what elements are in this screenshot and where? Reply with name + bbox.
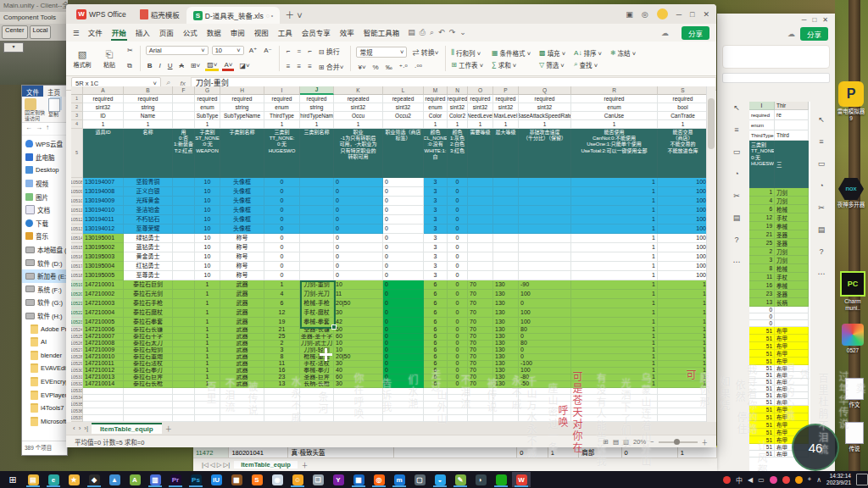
cell[interactable]: 10 [195, 252, 220, 262]
align-center-icon[interactable]: ≡ [296, 63, 303, 70]
cell[interactable]: required [264, 95, 300, 103]
cell[interactable]: 1 [195, 299, 220, 308]
sidebar-item-本地磁盘 (C:[interactable]: 本地磁盘 (C: [22, 243, 67, 257]
cell[interactable]: 10 [195, 187, 220, 197]
win2-cell[interactable]: 4 [749, 197, 775, 205]
taskbar-photoshop[interactable]: Ps [186, 472, 205, 487]
cell[interactable] [173, 280, 195, 290]
cell[interactable]: 武器 [220, 354, 264, 361]
taskbar-star-app[interactable]: ★ [64, 472, 83, 487]
cell[interactable] [519, 215, 571, 225]
menu-开始[interactable]: 开始 [111, 25, 127, 41]
cell[interactable]: 100 [658, 262, 709, 271]
cell[interactable] [334, 402, 383, 408]
win2-cell[interactable]: 51 [749, 379, 775, 385]
cell[interactable]: 泰拉石长枪 [124, 381, 173, 388]
cell[interactable] [300, 271, 334, 280]
pin-to-quick-access-icon[interactable] [25, 98, 36, 110]
cell[interactable] [300, 206, 334, 215]
cell[interactable]: 0 [383, 327, 424, 334]
field-header[interactable]: 颜色 1:灰色 2:白色 3:红色 [448, 129, 468, 178]
cell[interactable]: 1 [571, 225, 658, 234]
tab-comment-icon[interactable]: ◌ • [266, 13, 274, 19]
cell[interactable] [220, 388, 264, 395]
col-header-A[interactable]: A [83, 86, 124, 95]
cell[interactable] [468, 252, 493, 262]
cell[interactable]: 130 [493, 368, 519, 374]
cell[interactable]: 坚毅青铜 [124, 178, 173, 187]
field-header[interactable]: 名称 [124, 129, 173, 178]
win2-cell[interactable]: 51 [749, 392, 775, 399]
cell[interactable] [658, 415, 709, 422]
cell[interactable]: repeated [383, 95, 424, 103]
win2-cell[interactable]: 25 [749, 239, 775, 247]
cell[interactable]: 1 [195, 308, 220, 318]
row-header[interactable]: 10536 [71, 408, 83, 415]
cell[interactable] [468, 215, 493, 225]
cell[interactable]: 0 [448, 374, 468, 381]
cell[interactable]: 武器 [220, 290, 264, 299]
row-header[interactable]: 10527 [71, 347, 83, 354]
cell[interactable]: 1 [571, 374, 658, 381]
cell[interactable] [334, 408, 383, 415]
cell[interactable] [173, 215, 195, 225]
cell[interactable]: 10 [195, 215, 220, 225]
row-header[interactable]: 10531 [71, 374, 83, 381]
win2-cell[interactable]: 布甲 [775, 358, 809, 365]
ribbon-button-工作表[interactable]: ⊞工作表 ˅ [451, 58, 483, 70]
cell[interactable]: 0 [264, 197, 300, 206]
cell[interactable] [493, 271, 519, 280]
cell[interactable]: 武器 [220, 318, 264, 327]
cell[interactable] [173, 234, 195, 243]
row-header[interactable]: 10519 [71, 280, 83, 290]
cell[interactable] [519, 243, 571, 252]
forward-icon[interactable]: → [36, 124, 42, 134]
cell[interactable]: 1 [195, 374, 220, 381]
row-header[interactable]: 10526 [71, 341, 83, 347]
cell[interactable]: 1 [658, 327, 709, 334]
cell[interactable] [468, 395, 493, 402]
cell[interactable]: 泰拉石光剑 [124, 290, 173, 299]
cell[interactable]: 手杖-法杖 [300, 361, 334, 368]
cell[interactable] [468, 408, 493, 415]
field-header[interactable]: 三类别 TT_NONE: 0:无 HUGESWO [264, 129, 300, 178]
cell[interactable]: 2 [264, 341, 300, 347]
cell[interactable]: SubTypeName [220, 112, 264, 120]
cell[interactable]: 130194011 [83, 215, 124, 225]
cell[interactable] [424, 395, 448, 402]
italic-button[interactable]: I [157, 62, 162, 69]
row-header[interactable]: 10523 [71, 318, 83, 327]
win2-cell[interactable]: 布甲 [775, 413, 809, 421]
cell[interactable]: 0 [334, 187, 383, 197]
sidebar-item-blender[interactable]: blender [22, 349, 67, 363]
win2-cell[interactable]: 拳械 [775, 281, 809, 290]
cell[interactable]: 1 [195, 280, 220, 290]
win2-cell[interactable]: 0 [749, 307, 775, 313]
cell[interactable]: 0 [383, 252, 424, 262]
cell[interactable]: 0 [334, 197, 383, 206]
cell[interactable]: 70 [468, 299, 493, 308]
cell[interactable]: 130195001 [83, 234, 124, 243]
cell[interactable] [571, 402, 658, 408]
cell[interactable] [468, 197, 493, 206]
cell[interactable]: 130 [493, 341, 519, 347]
cell[interactable]: 武器 [220, 334, 264, 341]
format-painter-button[interactable]: ▧ 格式刷 [71, 43, 93, 74]
ribbon-button-排序[interactable]: A↓排序 ˅ [574, 47, 602, 58]
cell[interactable] [264, 388, 300, 395]
cell[interactable]: 0 [519, 299, 571, 308]
cell[interactable]: 1 [571, 206, 658, 215]
win2-cell[interactable]: Thir [775, 102, 809, 110]
cell[interactable] [173, 187, 195, 197]
cell[interactable]: 70 [468, 280, 493, 290]
win2-bottom-cell[interactable]: 1 [678, 447, 717, 458]
win2-cell[interactable]: 布甲 [775, 372, 809, 379]
cell[interactable]: 1 [658, 290, 709, 299]
cell[interactable]: sint32 [448, 103, 468, 112]
cell[interactable]: required [195, 95, 220, 103]
ribbon-button-填充[interactable]: ▩填充 ˅ [539, 47, 565, 58]
cell[interactable] [448, 388, 468, 395]
cell[interactable]: 80 [519, 341, 571, 347]
cell[interactable]: 0 [448, 280, 468, 290]
cell[interactable]: 147210010 [83, 354, 124, 361]
